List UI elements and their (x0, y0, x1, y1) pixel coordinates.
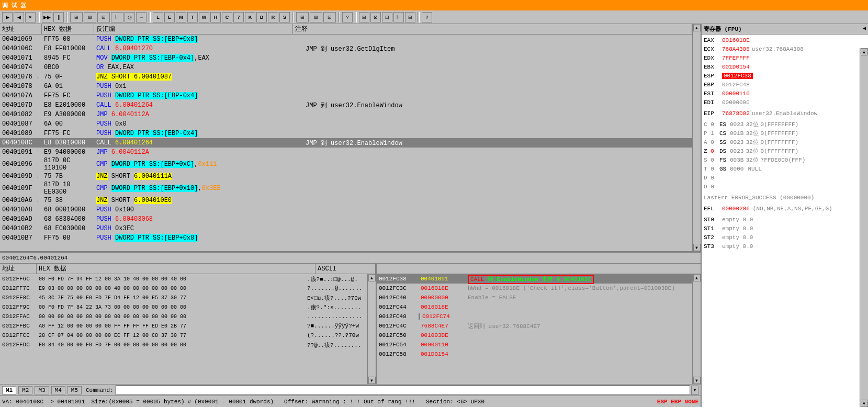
toolbar-btn-E[interactable]: E (164, 12, 175, 22)
reg-esp-val[interactable]: 0012FC38 (722, 73, 753, 79)
table-row[interactable]: 00401087 6A 00 PUSH 0x0 (0, 119, 692, 129)
reg-scroll-up[interactable]: ▲ (861, 48, 868, 55)
toolbar-btn-C[interactable]: C (222, 12, 232, 22)
reg-ebx-val[interactable]: 001D0154 (722, 64, 750, 70)
table-row[interactable]: 00401082 E9 A3000000 JMP 6.0040112A (0, 110, 692, 119)
table-row[interactable]: 00401076 ↓ 75 0F JNZ SHORT 6.00401087 (0, 72, 692, 82)
toolbar-btn-c5[interactable]: ⊟ (405, 12, 415, 22)
scroll-down-btn[interactable]: ▼ (693, 244, 701, 251)
toolbar-btn-W[interactable]: W (199, 12, 209, 22)
tab-m2[interactable]: M2 (18, 386, 32, 394)
list-item[interactable]: 0012FC4C 7688C4E7 返回到 user32.7688C4E7 (377, 321, 692, 331)
tab-m1[interactable]: M1 (2, 386, 16, 394)
list-item[interactable]: 0012FC40 00000000 Enable = FALSE (377, 293, 692, 302)
toolbar-btn-b2[interactable]: ⊠ (310, 12, 322, 22)
table-row[interactable]: 00401071 8945 FC MOV DWORD PTR SS:[EBP-0… (0, 53, 692, 63)
toolbar-btn-L[interactable]: L (153, 12, 163, 22)
table-row[interactable]: 0040109D ↓ 75 7B JNZ SHORT 6.0040111A (0, 172, 692, 181)
list-item[interactable]: 0012FFDC F0 84 40 00 00 F0 FD 7F 00 00 0… (0, 340, 367, 349)
toolbar-btn-help2[interactable]: ? (422, 12, 432, 22)
toolbar-btn-b3[interactable]: ⊡ (323, 12, 336, 22)
toolbar-btn-step[interactable]: ▶▶ (42, 12, 52, 22)
toolbar-btn-T[interactable]: T (187, 12, 198, 22)
toolbar-btn-a3[interactable]: ⊡ (97, 12, 110, 22)
toolbar-btn-R[interactable]: R (268, 12, 278, 22)
toolbar-btn-b1[interactable]: ⊞ (296, 12, 309, 22)
reg-edi-val[interactable]: 00000000 (722, 99, 750, 106)
table-row[interactable]: 004010B2 68 EC030000 PUSH 0x3EC (0, 224, 692, 233)
list-item[interactable]: 0012FFBC A0 FF 12 00 00 00 00 00 FF FF F… (0, 321, 367, 331)
tab-m5[interactable]: M5 (67, 386, 82, 394)
table-row[interactable]: 004010A8 68 00010000 PUSH 0x100 (0, 205, 692, 214)
table-row[interactable]: 00401074 0BC0 OR EAX,EAX (0, 63, 692, 72)
scroll-up-btn[interactable]: ▲ (693, 24, 701, 31)
stack-scroll-up[interactable]: ▲ (693, 274, 701, 281)
reg-esi-val[interactable]: 00000110 (722, 91, 750, 97)
toolbar-btn-c1[interactable]: ⊞ (359, 12, 369, 22)
table-row[interactable]: 00401069 FF75 08 PUSH DWORD PTR SS:[EBP+… (0, 35, 692, 44)
table-row[interactable]: 0040107A FF75 FC PUSH DWORD PTR SS:[EBP-… (0, 91, 692, 100)
toolbar-btn-c3[interactable]: ⊡ (382, 12, 392, 22)
list-item[interactable]: 0012FC54 00000110 (377, 340, 692, 349)
toolbar-btn-H[interactable]: H (210, 12, 221, 22)
toolbar-btn-B[interactable]: B (256, 12, 267, 22)
reg-ebp-val[interactable]: 0012FC48 (722, 82, 750, 88)
toolbar-btn-c2[interactable]: ⊠ (370, 12, 381, 22)
list-item[interactable]: 0012FC3C 0016018E hWnd = 0016018E ('Chec… (377, 284, 692, 293)
table-row[interactable]: 0040109F 817D 10 EE0300 CMP DWORD PTR SS… (0, 181, 692, 196)
stack-scrollbar[interactable]: ▲ ▼ (692, 274, 701, 384)
toolbar-btn-c4[interactable]: ⊢ (393, 12, 404, 22)
mem-scroll-down[interactable]: ▼ (368, 377, 376, 384)
toolbar-btn-M[interactable]: M (176, 12, 186, 22)
table-row[interactable]: 004010A6 ↓ 75 38 JNZ SHORT 6.004010E0 (0, 196, 692, 205)
list-item[interactable]: 0012FC44 0016018E (377, 302, 692, 312)
command-dropdown-btn[interactable]: ▼ (691, 386, 698, 395)
tab-m4[interactable]: M4 (51, 386, 65, 394)
table-row[interactable]: 004010B7 FF75 08 PUSH DWORD PTR SS:[EBP+… (0, 233, 692, 243)
toolbar-btn-pause[interactable]: ‖ (53, 12, 64, 22)
list-item[interactable]: 0012FFCC 28 CF 07 04 00 00 00 00 EC FF 1… (0, 331, 367, 340)
table-row[interactable]: 0040107D E8 E2010000 CALL 6.00401264 JMP… (0, 100, 692, 110)
list-item[interactable]: 0012FC50 001003DE (377, 331, 692, 340)
list-item[interactable]: 0012FC48 0012FC74 (377, 312, 692, 321)
list-item[interactable]: 0012FF7C E9 03 00 00 00 00 00 00 40 00 0… (0, 284, 367, 293)
toolbar-btn-K[interactable]: K (245, 12, 255, 22)
disasm-scrollbar[interactable]: ▲ ▼ (692, 24, 701, 251)
toolbar-btn-close[interactable]: ✕ (25, 12, 36, 22)
reg-scrollbar[interactable]: ▲ ▼ (860, 48, 868, 407)
stack-scroll-down[interactable]: ▼ (693, 377, 701, 384)
tab-m3[interactable]: M3 (35, 386, 49, 394)
table-row[interactable]: 0040108C E8 D3010000 CALL 6.00401264 JMP… (0, 138, 692, 148)
reg-ecx-val[interactable]: 768A4308 (722, 46, 750, 52)
toolbar-btn-a4[interactable]: ⊢ (111, 12, 123, 22)
command-input[interactable] (116, 386, 690, 395)
list-item[interactable]: 0012FF6C 00 F0 FD 7F 94 FF 12 00 3A 10 4… (0, 274, 367, 284)
toolbar-btn-S[interactable]: S (279, 12, 290, 22)
toolbar-btn-a2[interactable]: ⊠ (84, 12, 96, 22)
efl-val[interactable]: 00000206 (722, 206, 750, 212)
toolbar-btn-7[interactable]: 7 (233, 12, 244, 22)
table-row[interactable]: 00401078 6A 01 PUSH 0x1 (0, 82, 692, 91)
mem-scroll-up[interactable]: ▲ (368, 274, 376, 281)
list-item[interactable]: 0012FC58 001D0154 (377, 349, 692, 359)
list-item[interactable]: 0012FC38 00401091 CALL 到 EnableWindow 来自… (377, 274, 692, 284)
toolbar-btn-play[interactable]: ▶ (2, 12, 13, 22)
toolbar-btn-stop[interactable]: ◀ (14, 12, 24, 22)
list-item[interactable]: 0012FF8C 45 3C 7F 75 00 F0 FD 7F D4 FF 1… (0, 293, 367, 302)
toolbar-btn-a6[interactable]: → (136, 12, 146, 22)
reg-panel-collapse[interactable]: ◀ (863, 25, 866, 33)
list-item[interactable]: 0012FFAC 00 00 00 00 00 00 00 00 00 00 0… (0, 312, 367, 321)
table-row[interactable]: 00401091 ↑ E9 94000000 JMP 6.0040112A (0, 148, 692, 157)
table-row[interactable]: 00401089 FF75 FC PUSH DWORD PTR SS:[EBP-… (0, 129, 692, 138)
toolbar-btn-a5[interactable]: ◎ (125, 12, 135, 22)
reg-eax-val[interactable]: 0016018E (722, 37, 750, 43)
table-row[interactable]: 00401096 817D 0C 110100 CMP DWORD PTR SS… (0, 157, 692, 172)
list-item[interactable]: 0012FF9C 00 F0 FD 7F 84 22 3A 73 00 00 0… (0, 302, 367, 312)
toolbar-btn-a1[interactable]: ⊞ (70, 12, 83, 22)
reg-eip-val[interactable]: 76878D02 (722, 110, 750, 117)
reg-scroll-down[interactable]: ▼ (861, 400, 868, 407)
table-row[interactable]: 004010AD 68 68304000 PUSH 6.00403068 (0, 214, 692, 224)
reg-edx-val[interactable]: 7FFEFFFF (722, 55, 750, 61)
table-row[interactable]: 0040106C E8 FF010000 CALL 6.00401270 JMP… (0, 44, 692, 53)
toolbar-btn-help[interactable]: ? (342, 12, 353, 22)
